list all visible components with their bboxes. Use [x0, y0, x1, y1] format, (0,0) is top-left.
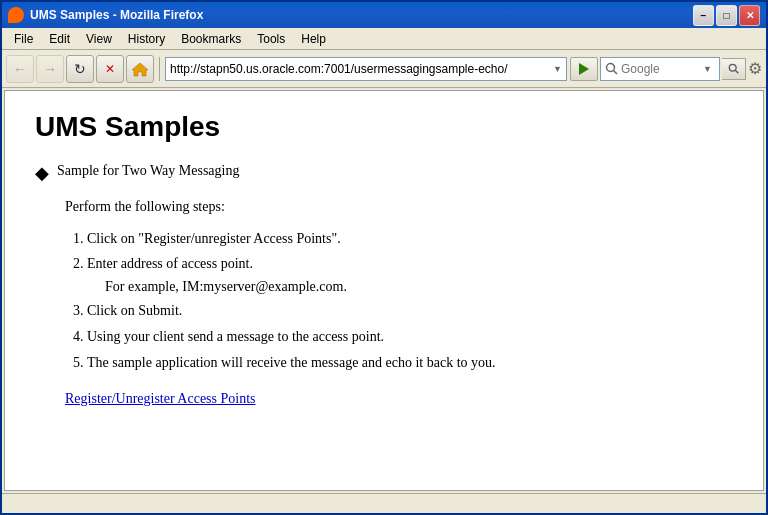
- page-title: UMS Samples: [35, 111, 733, 143]
- search-button[interactable]: [722, 58, 746, 80]
- menu-history[interactable]: History: [120, 30, 173, 48]
- browser-window: UMS Samples - Mozilla Firefox − □ ✕ File…: [0, 0, 768, 515]
- menu-tools[interactable]: Tools: [249, 30, 293, 48]
- settings-icon: ⚙: [748, 59, 762, 78]
- firefox-icon: [8, 7, 24, 23]
- step-2-sub: For example, IM:myserver@example.com.: [105, 276, 733, 297]
- bullet-text: Sample for Two Way Messaging: [57, 163, 239, 179]
- step-4: Using your client send a message to the …: [87, 325, 733, 349]
- menu-help[interactable]: Help: [293, 30, 334, 48]
- svg-marker-0: [132, 63, 148, 76]
- link-section: Register/Unregister Access Points: [65, 391, 733, 407]
- refresh-button[interactable]: ↻: [66, 55, 94, 83]
- go-arrow-icon: [579, 63, 589, 75]
- close-button[interactable]: ✕: [739, 5, 760, 26]
- settings-area: ⚙: [748, 59, 762, 78]
- status-bar: [2, 493, 766, 513]
- minimize-button[interactable]: −: [693, 5, 714, 26]
- search-icon: [728, 63, 740, 75]
- forward-button[interactable]: →: [36, 55, 64, 83]
- title-bar: UMS Samples - Mozilla Firefox − □ ✕: [2, 2, 766, 28]
- home-button[interactable]: [126, 55, 154, 83]
- address-bar-group: ▼: [165, 57, 598, 81]
- step-5: The sample application will receive the …: [87, 351, 733, 375]
- title-bar-left: UMS Samples - Mozilla Firefox: [8, 7, 203, 23]
- bullet-item: ◆ Sample for Two Way Messaging: [35, 163, 733, 185]
- step-3: Click on Submit.: [87, 299, 733, 323]
- toolbar: ← → ↻ ✕ ▼: [2, 50, 766, 88]
- address-bar[interactable]: ▼: [165, 57, 567, 81]
- google-search-logo: [605, 62, 619, 76]
- svg-line-4: [735, 70, 738, 73]
- svg-point-1: [607, 63, 615, 71]
- intro-text: Perform the following steps:: [65, 199, 733, 215]
- menu-view[interactable]: View: [78, 30, 120, 48]
- address-input[interactable]: [170, 62, 550, 76]
- search-bar[interactable]: ▼: [600, 57, 720, 81]
- back-button[interactable]: ←: [6, 55, 34, 83]
- go-button[interactable]: [570, 57, 598, 81]
- menu-bar: File Edit View History Bookmarks Tools H…: [2, 28, 766, 50]
- step-1: Click on "Register/unregister Access Poi…: [87, 227, 733, 251]
- maximize-button[interactable]: □: [716, 5, 737, 26]
- nav-buttons: ← →: [6, 55, 64, 83]
- page-content: UMS Samples ◆ Sample for Two Way Messagi…: [5, 91, 763, 427]
- window-title: UMS Samples - Mozilla Firefox: [30, 8, 203, 22]
- content-area: UMS Samples ◆ Sample for Two Way Messagi…: [4, 90, 764, 491]
- svg-line-2: [614, 70, 618, 74]
- search-group: ▼: [600, 57, 746, 81]
- menu-file[interactable]: File: [6, 30, 41, 48]
- svg-point-3: [729, 64, 736, 71]
- search-input[interactable]: [621, 62, 701, 76]
- search-dropdown-icon[interactable]: ▼: [703, 64, 712, 74]
- steps-list: Click on "Register/unregister Access Poi…: [87, 227, 733, 375]
- step-2: Enter address of access point. For examp…: [87, 252, 733, 297]
- menu-bookmarks[interactable]: Bookmarks: [173, 30, 249, 48]
- home-icon: [131, 61, 149, 77]
- bullet-dot: ◆: [35, 163, 49, 185]
- menu-edit[interactable]: Edit: [41, 30, 78, 48]
- bullet-section: ◆ Sample for Two Way Messaging: [35, 163, 733, 185]
- toolbar-separator: [159, 57, 160, 81]
- address-dropdown-icon[interactable]: ▼: [553, 64, 562, 74]
- window-controls: − □ ✕: [693, 5, 760, 26]
- register-link[interactable]: Register/Unregister Access Points: [65, 391, 256, 406]
- stop-button[interactable]: ✕: [96, 55, 124, 83]
